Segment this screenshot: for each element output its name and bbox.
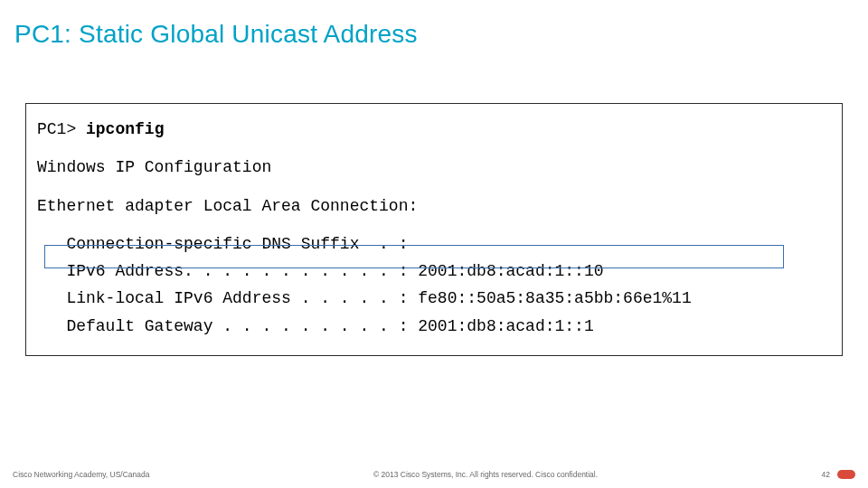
page-number: 42 <box>822 470 830 479</box>
ipv6-address-line: IPv6 Address. . . . . . . . . . . : 2001… <box>37 260 831 282</box>
ipconfig-header: Windows IP Configuration <box>37 156 831 178</box>
prompt: PC1> <box>37 120 86 138</box>
dns-suffix-line: Connection-specific DNS Suffix . : <box>37 233 831 255</box>
default-gateway-line: Default Gateway . . . . . . . . . : 2001… <box>37 315 831 337</box>
prompt-line: PC1> ipconfig <box>37 118 831 140</box>
slide-title: PC1: Static Global Unicast Address <box>0 0 868 49</box>
brand-dot-icon <box>837 470 855 479</box>
terminal-output-box: PC1> ipconfig Windows IP Configuration E… <box>25 103 843 356</box>
link-local-line: Link-local IPv6 Address . . . . . : fe80… <box>37 287 831 309</box>
footer-left: Cisco Networking Academy, US/Canada <box>13 470 150 479</box>
command: ipconfig <box>86 120 164 138</box>
footer-copyright: © 2013 Cisco Systems, Inc. All rights re… <box>150 470 822 479</box>
footer: Cisco Networking Academy, US/Canada © 20… <box>0 470 868 479</box>
adapter-header: Ethernet adapter Local Area Connection: <box>37 195 831 217</box>
footer-right: 42 <box>822 470 855 479</box>
